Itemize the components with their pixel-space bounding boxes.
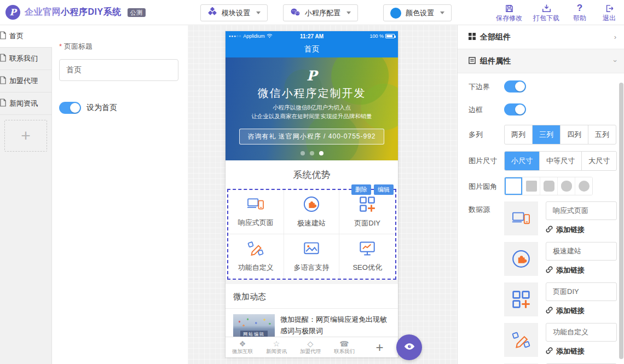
- radius-options: [504, 177, 593, 195]
- color-settings-button[interactable]: 颜色设置: [383, 4, 452, 21]
- radius-option-circle[interactable]: [575, 177, 592, 195]
- delete-component-button[interactable]: 删除: [351, 184, 371, 195]
- module-settings-label: 模块设置: [222, 8, 250, 18]
- img-size-medium[interactable]: 中等尺寸: [539, 152, 581, 170]
- sidebar-item-contact[interactable]: 联系我们: [0, 48, 51, 70]
- chevron-down-icon: [440, 11, 444, 14]
- list-icon: [469, 57, 476, 66]
- download-button[interactable]: 打包下载: [533, 3, 559, 23]
- app-logo: P 企业官网小程序DIY系统 公测: [5, 5, 146, 20]
- battery-icon: [385, 34, 395, 38]
- plus-icon: +: [21, 126, 31, 145]
- page-title-label: *页面标题: [59, 42, 188, 51]
- download-icon: [542, 3, 551, 13]
- datasource-title-input[interactable]: [546, 282, 617, 301]
- columns-option-5[interactable]: 五列: [588, 125, 616, 144]
- page-list-sidebar: 首页 联系我们 加盟代理 新闻资讯 +: [0, 25, 52, 364]
- component-props-header[interactable]: 组件属性 ›: [458, 49, 624, 73]
- puzzle-circle-icon: [504, 242, 538, 276]
- sidebar-item-agents[interactable]: 加盟代理: [0, 70, 51, 93]
- prop-img-radius: 图片圆角: [469, 177, 624, 195]
- scrollbar-thumb[interactable]: [619, 83, 623, 359]
- miniprogram-config-button[interactable]: 小程序配置: [283, 4, 358, 21]
- datasource-title-input[interactable]: [546, 201, 617, 220]
- img-size-small-selected[interactable]: 小尺寸: [505, 152, 539, 170]
- columns-option-3-selected[interactable]: 三列: [532, 125, 560, 144]
- color-swatch-icon: [390, 8, 401, 19]
- props-body: 下边界 边框 多列 两列 三列 四列 五列 图片尺寸 小尺寸 中等尺寸 大尺寸: [458, 73, 624, 364]
- module-settings-button[interactable]: 模块设置: [200, 4, 268, 21]
- add-link-button[interactable]: 添加链接: [546, 225, 617, 235]
- prop-datasource: 数据源 添加链接: [469, 201, 624, 364]
- phone-icon: ☎: [339, 339, 349, 348]
- tab-contact[interactable]: ☎ 联系我们: [327, 339, 361, 355]
- help-button[interactable]: ? 帮助: [570, 3, 589, 23]
- add-link-label: 添加链接: [556, 225, 585, 235]
- sidebar-item-news[interactable]: 新闻资讯: [0, 93, 51, 115]
- feature-responsive[interactable]: 响应式页面: [228, 190, 284, 234]
- exit-button[interactable]: 退出: [600, 3, 619, 23]
- status-time: 11:27 AM: [284, 33, 339, 39]
- prop-label: 多列: [469, 125, 504, 140]
- carousel-dots[interactable]: [226, 151, 398, 155]
- page-title-input[interactable]: [59, 59, 178, 81]
- feature-label: 多语言支持: [293, 263, 329, 273]
- add-tab-button[interactable]: +: [361, 340, 398, 355]
- add-link-button[interactable]: 添加链接: [546, 346, 617, 356]
- carousel-dot[interactable]: [301, 151, 305, 155]
- brand-logo-icon: P: [5, 5, 20, 20]
- radius-option-square-selected[interactable]: [505, 177, 522, 195]
- edit-component-button[interactable]: 编辑: [374, 184, 394, 195]
- tab-agents[interactable]: ◇ 加盟代理: [293, 339, 327, 355]
- border-toggle[interactable]: [504, 103, 526, 115]
- add-link-button[interactable]: 添加链接: [546, 306, 617, 316]
- document-icon: [0, 31, 7, 41]
- news-section-title: 微加动态: [226, 284, 398, 309]
- feature-fast-build[interactable]: 极速建站: [284, 190, 340, 234]
- feature-page-diy[interactable]: 页面DIY: [339, 190, 395, 234]
- add-page-button[interactable]: +: [4, 120, 47, 152]
- tab-news[interactable]: ☆ 新闻资讯: [259, 339, 293, 355]
- document-icon: [0, 54, 7, 63]
- link-icon: [546, 347, 553, 356]
- all-components-header[interactable]: 全部组件 ›: [458, 25, 624, 49]
- battery-percent: 100 %: [369, 33, 384, 39]
- feature-multilang[interactable]: 多语言支持: [284, 234, 340, 279]
- news-list-item[interactable]: 网站编辑 微加提醒：网页编辑应避免出现敏感词与极限词: [226, 309, 398, 339]
- save-button[interactable]: 保存修改: [496, 3, 522, 23]
- feature-custom[interactable]: 功能自定义: [228, 234, 284, 279]
- puzzle-circle-icon: [303, 196, 320, 215]
- datasource-title-input[interactable]: [546, 323, 617, 342]
- feature-seo[interactable]: SEO优化: [339, 234, 395, 279]
- carousel-dot-active[interactable]: [319, 151, 323, 155]
- columns-option-4[interactable]: 四列: [560, 125, 588, 144]
- prop-columns: 多列 两列 三列 四列 五列: [469, 125, 624, 145]
- save-icon: [505, 3, 514, 13]
- set-as-home-toggle[interactable]: [59, 102, 81, 114]
- hero-cta-button[interactable]: 咨询有礼 送官网小程序 / 400-0755-992: [239, 129, 384, 145]
- selected-component-outline[interactable]: 删除 编辑 响应式页面 极速建站 页面DIY 功能自定义: [227, 189, 396, 280]
- prop-label: 图片尺寸: [469, 151, 504, 166]
- radius-option-large[interactable]: [557, 177, 575, 195]
- hero-brand-icon: P: [226, 68, 398, 84]
- header-toolbar: 模块设置 小程序配置 颜色设置: [200, 4, 452, 21]
- radius-option-0[interactable]: [522, 177, 540, 195]
- app-title-light: 企业官网: [25, 7, 61, 16]
- columns-option-2[interactable]: 两列: [505, 125, 532, 144]
- add-link-button[interactable]: 添加链接: [546, 265, 617, 275]
- tab-label: 联系我们: [334, 348, 355, 355]
- bottom-border-toggle[interactable]: [504, 80, 526, 93]
- hero-title: 微信小程序定制开发: [226, 86, 398, 101]
- wechat-icon: [290, 7, 301, 19]
- carousel-dot[interactable]: [310, 151, 314, 155]
- phone-tab-bar: ❖ 微加互联 ☆ 新闻资讯 ◇ 加盟代理 ☎ 联系我们 +: [226, 337, 398, 357]
- sidebar-item-home[interactable]: 首页: [0, 25, 52, 48]
- datasource-title-input[interactable]: [546, 242, 617, 261]
- page-item-label: 新闻资讯: [9, 99, 38, 108]
- inspector-panel: 全部组件 › 组件属性 › 下边界 边框 多列 两列 三列 四列 五列 图片尺寸: [457, 25, 624, 364]
- preview-button[interactable]: [396, 334, 422, 360]
- tab-weijia[interactable]: ❖ 微加互联: [226, 339, 259, 355]
- img-size-large[interactable]: 大尺寸: [581, 152, 616, 170]
- hero-banner[interactable]: P 微信小程序定制开发 小程序以微信8亿用户为切入点 让企业以及商家在短时间里实…: [226, 57, 398, 160]
- radius-option-small[interactable]: [540, 177, 557, 195]
